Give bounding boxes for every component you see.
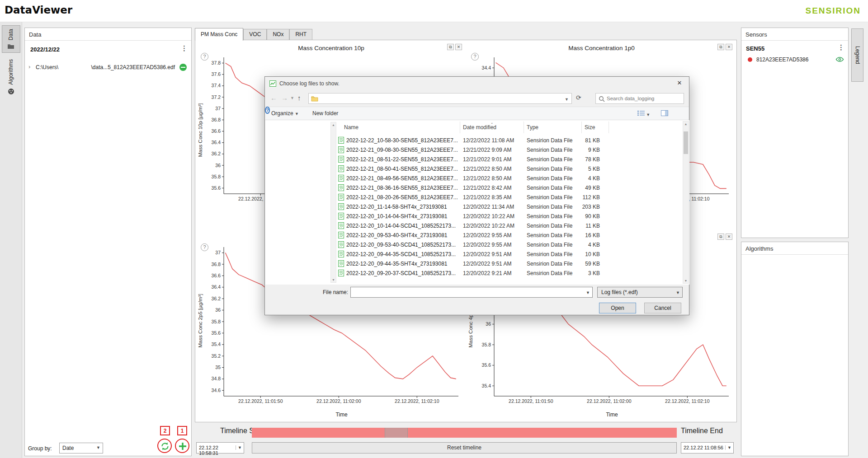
scrollbar-thumb[interactable] — [684, 131, 688, 154]
file-row[interactable]: 2022-12-21_08-36-16-SEN55_812A23EEE7... … — [336, 183, 683, 192]
file-name-combobox[interactable]: ▼ — [350, 287, 593, 298]
chevron-down-icon: ▼ — [295, 112, 299, 116]
preview-pane-icon[interactable] — [661, 110, 668, 117]
remove-file-button[interactable] — [179, 64, 187, 71]
chevron-right-icon[interactable]: › — [28, 63, 30, 70]
chevron-down-icon[interactable]: ▼ — [565, 97, 569, 102]
file-row[interactable]: 2022-12-20_10-14-04-SHT4x_273193081 12/2… — [336, 211, 683, 221]
popout-icon[interactable]: ⧉ — [447, 44, 454, 50]
search-box[interactable] — [595, 93, 684, 104]
timeline-selection-handle[interactable] — [385, 428, 408, 438]
file-row-size: 78 KB — [580, 156, 600, 163]
file-row[interactable]: 2022-12-21_08-51-22-SEN55_812A23EEE7... … — [336, 154, 683, 164]
algorithms-panel: Algorithms — [741, 242, 849, 456]
data-file-icon — [338, 213, 344, 221]
back-icon[interactable]: ← — [270, 94, 277, 102]
chevron-down-icon[interactable]: ▼ — [236, 445, 242, 450]
file-row[interactable]: 2022-12-20_10-14-04-SCD41_1085252173... … — [336, 221, 683, 230]
column-header-type[interactable]: Type — [524, 122, 582, 133]
cancel-button[interactable]: Cancel — [644, 303, 681, 313]
folder-tree-scrollbar[interactable]: ▲ ▼ — [330, 122, 336, 283]
refresh-files-button[interactable] — [160, 441, 170, 452]
file-name-input[interactable] — [352, 288, 583, 297]
refresh-icon[interactable]: ⟳ — [576, 94, 581, 101]
file-list-scrollbar[interactable]: ▲ ▼ — [683, 121, 689, 284]
svg-text:22.12.2022, 11:02:00: 22.12.2022, 11:02:00 — [316, 398, 361, 404]
file-row-size: 81 KB — [580, 137, 600, 144]
chevron-down-icon[interactable]: ▼ — [725, 445, 731, 450]
file-row-size: 59 KB — [580, 261, 600, 267]
timeline-bar[interactable] — [252, 428, 677, 438]
file-row[interactable]: 2022-12-21_08-50-41-SEN55_812A23EEE7... … — [336, 164, 683, 173]
file-row-type: Sensirion Data File — [527, 175, 583, 182]
folder-tree-pane[interactable] — [265, 120, 330, 285]
file-type-filter-select[interactable]: Log files (*.edf) ▼ — [597, 287, 683, 298]
tab-pm-mass-conc[interactable]: PM Mass Conc — [195, 28, 243, 41]
organize-menu[interactable]: Organize ▼ — [271, 110, 299, 117]
file-row[interactable]: 2022-12-21_09-08-30-SEN55_812A23EEE7... … — [336, 145, 683, 154]
group-by-value: Date — [62, 445, 74, 451]
add-file-button[interactable] — [177, 441, 188, 452]
column-header-name[interactable]: Name — [336, 122, 460, 133]
close-icon[interactable]: ✕ — [455, 44, 462, 50]
scroll-up-icon[interactable]: ▲ — [683, 122, 689, 126]
timeline-start-datetime[interactable]: 22.12.22 10:58:31 ▼ — [196, 442, 244, 453]
file-row-size: 5 KB — [580, 166, 600, 172]
file-row-size: 203 KB — [580, 204, 600, 210]
column-header-date-modified[interactable]: ⌄Date modified — [460, 122, 524, 133]
file-row-type: Sensirion Data File — [527, 147, 583, 153]
scroll-up-icon[interactable]: ▲ — [331, 123, 336, 126]
popout-icon[interactable]: ⧉ — [717, 234, 724, 240]
group-by-select[interactable]: Date ▼ — [59, 443, 103, 453]
tab-voc[interactable]: VOC — [243, 29, 267, 40]
file-row-type: Sensirion Data File — [527, 223, 583, 229]
svg-text:36: 36 — [215, 163, 221, 168]
open-button[interactable]: Open — [599, 303, 636, 313]
file-row[interactable]: 2022-12-21_08-20-26-SEN55_812A23EEE7... … — [336, 192, 683, 202]
tab-rht[interactable]: RHT — [289, 29, 312, 40]
help-icon[interactable]: ? — [265, 107, 270, 114]
file-row[interactable]: 2022-12-20_09-53-40-SHT4x_273193081 12/2… — [336, 230, 683, 240]
column-header-size[interactable]: Size — [582, 122, 609, 133]
close-icon[interactable]: ✕ — [726, 234, 732, 240]
file-path-name: \data...5_812A23EEE7AD5386.edf — [91, 64, 175, 70]
view-mode-icon[interactable]: ▼ — [637, 110, 650, 117]
popout-icon[interactable]: ⧉ — [717, 44, 724, 50]
file-row[interactable]: 2022-12-20_09-20-37-SCD41_1085252173... … — [336, 268, 683, 278]
scroll-down-icon[interactable]: ▼ — [683, 279, 689, 282]
tab-nox[interactable]: NOx — [267, 29, 289, 40]
forward-icon[interactable]: → — [281, 94, 288, 102]
visibility-eye-icon[interactable] — [835, 56, 844, 63]
new-folder-button[interactable]: New folder — [312, 110, 338, 117]
history-chevron-icon[interactable]: ▼ — [290, 96, 294, 100]
close-icon[interactable]: ✕ — [726, 44, 732, 50]
dialog-titlebar[interactable]: Choose log files to show. ✕ — [265, 77, 689, 90]
tab-legend[interactable]: Legend — [851, 28, 863, 82]
data-file-icon — [338, 222, 344, 230]
file-row-name: 2022-12-20_09-53-40-SHT4x_273193081 — [346, 232, 459, 238]
sensor-device-row[interactable]: 812A23EEE7AD5386 — [741, 55, 848, 64]
up-icon[interactable]: ↑ — [297, 94, 301, 102]
file-list-header: Name ⌄Date modified Type Size — [336, 122, 683, 133]
file-row-type: Sensirion Data File — [527, 137, 583, 144]
scroll-down-icon[interactable]: ▼ — [331, 278, 336, 281]
file-row[interactable]: 2022-12-20_09-44-35-SCD41_1085252173... … — [336, 249, 683, 259]
sidebar-tab-algorithms[interactable]: Algorithms — [2, 56, 20, 98]
folder-icon — [7, 43, 14, 49]
file-row[interactable]: 2022-12-20_11-14-58-SHT4x_273193081 12/2… — [336, 202, 683, 211]
kebab-menu-icon[interactable]: ⋮ — [181, 44, 188, 52]
search-input[interactable] — [607, 94, 682, 103]
loaded-file-row[interactable]: › C:\Users\ \data...5_812A23EEE7AD5386.e… — [25, 62, 191, 73]
dialog-close-icon[interactable]: ✕ — [670, 77, 689, 89]
svg-text:36.4: 36.4 — [212, 140, 221, 145]
kebab-menu-icon[interactable]: ⋮ — [838, 43, 844, 51]
timeline-end-datetime[interactable]: 22.12.22 11:08:56 ▼ — [681, 442, 734, 453]
chevron-down-icon[interactable]: ▼ — [586, 290, 590, 295]
file-row[interactable]: 2022-12-20_09-53-40-SCD41_1085252173... … — [336, 240, 683, 249]
file-row[interactable]: 2022-12-22_10-58-30-SEN55_812A23EEE7... … — [336, 136, 683, 145]
file-row[interactable]: 2022-12-20_09-44-35-SHT4x_273193081 12/2… — [336, 259, 683, 268]
sidebar-tab-data[interactable]: Data — [2, 25, 20, 53]
file-row[interactable]: 2022-12-21_08-49-56-SEN55_812A23EEE7... … — [336, 173, 683, 183]
address-bar[interactable]: ▼ — [308, 93, 572, 104]
reset-timeline-button[interactable]: Reset timeline — [252, 442, 677, 453]
